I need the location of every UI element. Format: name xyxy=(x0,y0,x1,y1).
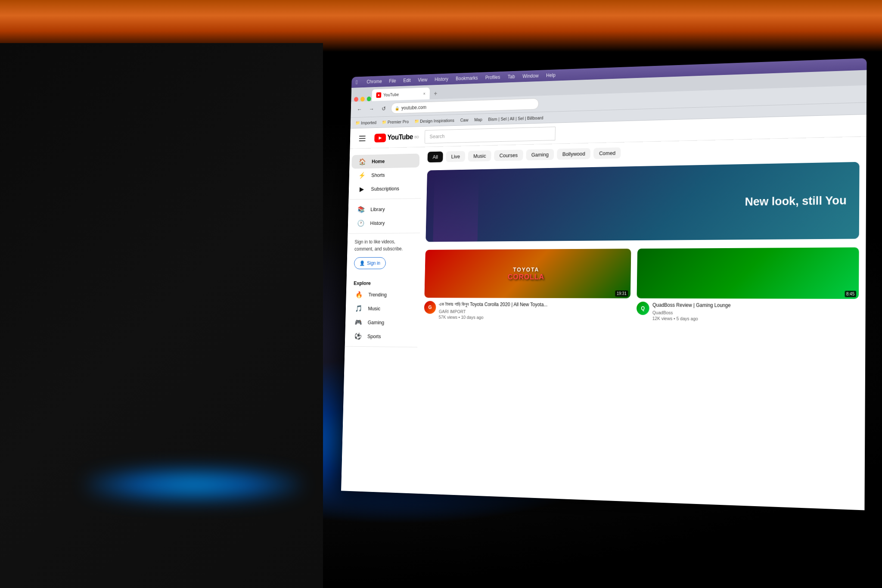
tab-menu[interactable]: Tab xyxy=(508,74,515,80)
sign-in-button-label: Sign in xyxy=(367,260,380,266)
sign-in-button[interactable]: 👤 Sign in xyxy=(354,257,386,269)
filter-chip-courses[interactable]: Courses xyxy=(494,149,523,161)
video-info-2: Q QuadBoss Review | Gaming Lounge QuadBo… xyxy=(637,302,859,322)
history-menu[interactable]: History xyxy=(435,76,448,82)
home-icon: 🏠 xyxy=(359,158,366,166)
featured-banner[interactable]: New look, still You xyxy=(425,162,859,242)
window-close-button[interactable] xyxy=(354,97,358,102)
help-menu[interactable]: Help xyxy=(546,72,556,78)
sign-in-section: Sign in to like videos, comment, and sub… xyxy=(347,233,420,274)
new-tab-button[interactable]: + xyxy=(430,88,441,99)
folder-icon-3: 📁 xyxy=(414,119,419,123)
youtube-menu-button[interactable] xyxy=(356,131,369,145)
toyota-thumbnail-overlay: TOYOTA COROLLA xyxy=(424,249,631,298)
bookmark-premier-pro[interactable]: 📁 Premier Pro xyxy=(381,118,410,125)
sidebar-home-label: Home xyxy=(372,158,385,164)
sidebar-trending-label: Trending xyxy=(368,292,387,298)
window-minimize-button[interactable] xyxy=(360,97,365,102)
video-meta-toyota: এক টাকায় গাড়ি কিনুন Toyota Corolla 202… xyxy=(439,301,630,321)
address-bar[interactable]: 🔒 youtube.com xyxy=(391,98,539,114)
sidebar-item-subscriptions[interactable]: ▶ Subscriptions xyxy=(351,181,419,196)
youtube-sidebar: 🏠 Home ⚡ Shorts ▶ Subscriptions 📚 xyxy=(341,147,422,494)
youtube-search-input[interactable]: Search xyxy=(425,127,556,143)
shorts-icon: ⚡ xyxy=(358,171,366,179)
video-duration-toyota: 19:31 xyxy=(615,290,628,296)
library-icon: 📚 xyxy=(357,206,365,214)
tab-close-button[interactable]: × xyxy=(423,91,425,96)
youtube-country-code: BD xyxy=(414,135,419,139)
filter-chip-music[interactable]: Music xyxy=(468,150,491,162)
filter-chip-all[interactable]: All xyxy=(427,152,443,163)
sidebar-item-music[interactable]: 🎵 Music xyxy=(348,302,416,316)
bookmark-label-2: Premier Pro xyxy=(388,119,409,124)
sidebar-library-section: 📚 Library 🕐 History xyxy=(348,199,421,234)
sidebar-item-shorts[interactable]: ⚡ Shorts xyxy=(351,168,419,183)
sidebar-sports-label: Sports xyxy=(367,333,381,339)
gaming-icon: 🎮 xyxy=(355,318,362,326)
filter-chip-gaming[interactable]: Gaming xyxy=(526,149,554,161)
filter-chip-comedy[interactable]: Comed xyxy=(593,147,621,159)
sign-in-description: Sign in to like videos, comment, and sub… xyxy=(354,238,413,252)
bookmark-label: Imported xyxy=(361,120,376,125)
file-menu[interactable]: File xyxy=(389,78,396,84)
youtube-logo[interactable]: YouTube BD xyxy=(374,133,419,143)
channel-name-2: QuadBoss xyxy=(652,310,859,316)
video-thumbnail-2: 8:45 xyxy=(637,247,859,299)
sidebar-music-label: Music xyxy=(368,305,380,311)
sidebar-gaming-label: Gaming xyxy=(368,319,385,325)
window-controls xyxy=(354,96,371,102)
filter-chip-live[interactable]: Live xyxy=(446,151,465,162)
youtube-tab[interactable]: YouTube × xyxy=(372,87,430,101)
chrome-menu[interactable]: Chrome xyxy=(366,78,382,84)
toyota-thumbnail-text: TOYOTA COROLLA xyxy=(508,266,544,281)
sidebar-item-home[interactable]: 🏠 Home xyxy=(351,153,419,168)
sidebar-item-trending[interactable]: 🔥 Trending xyxy=(348,288,416,302)
forward-button[interactable]: → xyxy=(366,103,377,115)
filter-chip-bollywood[interactable]: Bollywood xyxy=(557,148,590,160)
sports-icon: ⚽ xyxy=(354,333,362,340)
video-duration-2: 8:45 xyxy=(845,291,856,297)
bookmark-caw[interactable]: Caw xyxy=(459,116,470,123)
laptop-screen:  Chrome File Edit View History Bookmark… xyxy=(341,58,866,510)
bookmark-imported[interactable]: 📁 Imported xyxy=(354,119,378,126)
window-menu[interactable]: Window xyxy=(522,73,539,79)
sidebar-item-sports[interactable]: ⚽ Sports xyxy=(347,329,416,344)
video-meta-2: QuadBoss Review | Gaming Lounge QuadBoss… xyxy=(652,302,859,322)
hamburger-line-2 xyxy=(359,138,366,139)
video-stats-2: 12K views • 5 days ago xyxy=(652,316,859,322)
explore-section-title: Explore xyxy=(346,277,419,288)
video-age-toyota: 10 days ago xyxy=(461,315,483,320)
search-placeholder: Search xyxy=(429,133,444,140)
toyota-brand-text: TOYOTA xyxy=(508,266,544,273)
sidebar-library-label: Library xyxy=(370,206,385,212)
bookmark-misc[interactable]: Bism | Sel | All | Sel | Billboard xyxy=(487,114,545,122)
subscriptions-icon: ▶ xyxy=(358,185,365,193)
sidebar-item-library[interactable]: 📚 Library xyxy=(350,202,418,217)
channel-avatar-gari: G xyxy=(424,301,436,314)
bookmarks-menu[interactable]: Bookmarks xyxy=(456,75,478,81)
featured-people-silhouette xyxy=(433,177,478,242)
back-button[interactable]: ← xyxy=(354,104,365,115)
youtube-content: All Live Music Courses Gaming Bollywood … xyxy=(414,137,866,510)
background-dark-area xyxy=(0,43,323,588)
hamburger-line-3 xyxy=(359,140,366,141)
bookmark-design[interactable]: 📁 Design Inspirations xyxy=(413,117,456,124)
video-card-2[interactable]: 8:45 Q QuadBoss Review | Gaming Lounge Q… xyxy=(637,247,859,322)
hamburger-line-1 xyxy=(359,135,366,136)
featured-banner-text: New look, still You xyxy=(745,194,846,209)
profiles-menu[interactable]: Profiles xyxy=(485,75,500,81)
youtube-main: 🏠 Home ⚡ Shorts ▶ Subscriptions 📚 xyxy=(341,137,866,510)
bookmark-map[interactable]: Map xyxy=(473,116,484,122)
video-stats-toyota: 57K views • 10 days ago xyxy=(439,314,630,320)
channel-avatar-2: Q xyxy=(637,302,649,315)
video-card-toyota[interactable]: TOYOTA COROLLA 19:31 G এক টাকায় xyxy=(424,249,631,320)
sidebar-subscriptions-label: Subscriptions xyxy=(371,186,399,192)
edit-menu[interactable]: Edit xyxy=(403,78,411,83)
view-count-toyota: 57K views xyxy=(439,314,457,319)
view-menu[interactable]: View xyxy=(418,77,427,83)
reload-button[interactable]: ↺ xyxy=(379,103,389,114)
sidebar-item-history[interactable]: 🕐 History xyxy=(350,216,418,230)
video-thumbnail-toyota: TOYOTA COROLLA 19:31 xyxy=(424,249,631,298)
window-maximize-button[interactable] xyxy=(367,96,371,101)
sidebar-item-gaming[interactable]: 🎮 Gaming xyxy=(348,315,416,330)
